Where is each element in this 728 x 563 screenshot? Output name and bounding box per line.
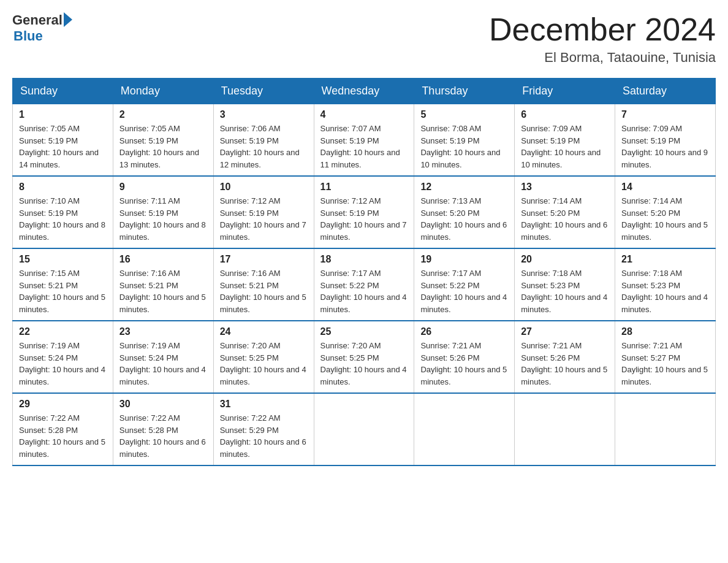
calendar-cell: 15Sunrise: 7:15 AMSunset: 5:21 PMDayligh… [13, 248, 113, 321]
day-number: 27 [521, 326, 609, 337]
calendar-week-row: 8Sunrise: 7:10 AMSunset: 5:19 PMDaylight… [13, 176, 716, 248]
page-header: General Blue December 2024 El Borma, Tat… [12, 12, 716, 66]
day-info: Sunrise: 7:18 AMSunset: 5:23 PMDaylight:… [521, 267, 609, 315]
day-number: 6 [521, 109, 609, 120]
day-info: Sunrise: 7:17 AMSunset: 5:22 PMDaylight:… [420, 267, 508, 315]
day-info: Sunrise: 7:22 AMSunset: 5:28 PMDaylight:… [119, 412, 207, 460]
day-number: 26 [420, 326, 508, 337]
calendar-cell: 25Sunrise: 7:20 AMSunset: 5:25 PMDayligh… [314, 321, 414, 393]
day-info: Sunrise: 7:14 AMSunset: 5:20 PMDaylight:… [521, 195, 609, 243]
day-number: 5 [420, 109, 508, 120]
calendar-cell: 3Sunrise: 7:06 AMSunset: 5:19 PMDaylight… [213, 104, 314, 177]
day-number: 15 [19, 254, 107, 265]
calendar-cell: 16Sunrise: 7:16 AMSunset: 5:21 PMDayligh… [113, 248, 213, 321]
calendar-cell: 22Sunrise: 7:19 AMSunset: 5:24 PMDayligh… [13, 321, 113, 393]
calendar-cell [515, 393, 615, 465]
day-number: 9 [119, 182, 207, 193]
calendar-cell: 27Sunrise: 7:21 AMSunset: 5:26 PMDayligh… [515, 321, 615, 393]
calendar-cell [615, 393, 716, 465]
day-number: 2 [119, 109, 207, 120]
calendar-cell: 10Sunrise: 7:12 AMSunset: 5:19 PMDayligh… [213, 176, 314, 248]
day-info: Sunrise: 7:19 AMSunset: 5:24 PMDaylight:… [19, 340, 107, 388]
day-info: Sunrise: 7:19 AMSunset: 5:24 PMDaylight:… [119, 340, 207, 388]
day-number: 21 [621, 254, 709, 265]
day-info: Sunrise: 7:06 AMSunset: 5:19 PMDaylight:… [220, 123, 308, 170]
calendar-cell: 28Sunrise: 7:21 AMSunset: 5:27 PMDayligh… [615, 321, 716, 393]
calendar-cell: 18Sunrise: 7:17 AMSunset: 5:22 PMDayligh… [314, 248, 414, 321]
calendar-week-row: 22Sunrise: 7:19 AMSunset: 5:24 PMDayligh… [13, 321, 716, 393]
day-info: Sunrise: 7:09 AMSunset: 5:19 PMDaylight:… [621, 123, 709, 170]
day-number: 20 [521, 254, 609, 265]
logo: General Blue [12, 12, 72, 44]
calendar-cell: 26Sunrise: 7:21 AMSunset: 5:26 PMDayligh… [414, 321, 515, 393]
weekday-header-thursday: Thursday [414, 79, 515, 104]
day-number: 1 [19, 109, 107, 120]
day-number: 16 [119, 254, 207, 265]
day-info: Sunrise: 7:21 AMSunset: 5:26 PMDaylight:… [420, 340, 508, 388]
day-info: Sunrise: 7:14 AMSunset: 5:20 PMDaylight:… [621, 195, 709, 243]
day-info: Sunrise: 7:17 AMSunset: 5:22 PMDaylight:… [320, 267, 408, 315]
day-number: 12 [420, 182, 508, 193]
day-info: Sunrise: 7:13 AMSunset: 5:20 PMDaylight:… [420, 195, 508, 243]
calendar-cell: 31Sunrise: 7:22 AMSunset: 5:29 PMDayligh… [213, 393, 314, 465]
day-number: 11 [320, 182, 408, 193]
weekday-header-tuesday: Tuesday [213, 79, 314, 104]
calendar-cell: 11Sunrise: 7:12 AMSunset: 5:19 PMDayligh… [314, 176, 414, 248]
calendar-cell: 23Sunrise: 7:19 AMSunset: 5:24 PMDayligh… [113, 321, 213, 393]
day-info: Sunrise: 7:16 AMSunset: 5:21 PMDaylight:… [119, 267, 207, 315]
day-number: 19 [420, 254, 508, 265]
calendar-cell: 14Sunrise: 7:14 AMSunset: 5:20 PMDayligh… [615, 176, 716, 248]
day-info: Sunrise: 7:08 AMSunset: 5:19 PMDaylight:… [420, 123, 508, 170]
calendar-header-row: SundayMondayTuesdayWednesdayThursdayFrid… [13, 79, 716, 104]
day-info: Sunrise: 7:22 AMSunset: 5:29 PMDaylight:… [220, 412, 308, 460]
day-number: 31 [220, 399, 308, 410]
month-title: December 2024 [489, 12, 716, 47]
day-info: Sunrise: 7:05 AMSunset: 5:19 PMDaylight:… [119, 123, 207, 170]
calendar-cell [314, 393, 414, 465]
day-number: 17 [220, 254, 308, 265]
calendar-cell: 2Sunrise: 7:05 AMSunset: 5:19 PMDaylight… [113, 104, 213, 177]
logo-general-text: General [12, 12, 63, 28]
day-info: Sunrise: 7:12 AMSunset: 5:19 PMDaylight:… [320, 195, 408, 243]
calendar-cell: 4Sunrise: 7:07 AMSunset: 5:19 PMDaylight… [314, 104, 414, 177]
calendar-cell: 9Sunrise: 7:11 AMSunset: 5:19 PMDaylight… [113, 176, 213, 248]
day-info: Sunrise: 7:12 AMSunset: 5:19 PMDaylight:… [220, 195, 308, 243]
day-number: 23 [119, 326, 207, 337]
calendar-cell: 20Sunrise: 7:18 AMSunset: 5:23 PMDayligh… [515, 248, 615, 321]
weekday-header-sunday: Sunday [13, 79, 113, 104]
calendar-cell: 17Sunrise: 7:16 AMSunset: 5:21 PMDayligh… [213, 248, 314, 321]
day-info: Sunrise: 7:20 AMSunset: 5:25 PMDaylight:… [220, 340, 308, 388]
calendar-week-row: 29Sunrise: 7:22 AMSunset: 5:28 PMDayligh… [13, 393, 716, 465]
day-number: 4 [320, 109, 408, 120]
calendar-cell: 12Sunrise: 7:13 AMSunset: 5:20 PMDayligh… [414, 176, 515, 248]
logo-blue-text: Blue [13, 28, 43, 44]
day-number: 10 [220, 182, 308, 193]
calendar-cell: 7Sunrise: 7:09 AMSunset: 5:19 PMDaylight… [615, 104, 716, 177]
calendar-cell: 13Sunrise: 7:14 AMSunset: 5:20 PMDayligh… [515, 176, 615, 248]
calendar-cell: 29Sunrise: 7:22 AMSunset: 5:28 PMDayligh… [13, 393, 113, 465]
day-number: 13 [521, 182, 609, 193]
title-section: December 2024 El Borma, Tataouine, Tunis… [489, 12, 716, 66]
day-number: 3 [220, 109, 308, 120]
day-info: Sunrise: 7:05 AMSunset: 5:19 PMDaylight:… [19, 123, 107, 170]
day-info: Sunrise: 7:07 AMSunset: 5:19 PMDaylight:… [320, 123, 408, 170]
day-info: Sunrise: 7:18 AMSunset: 5:23 PMDaylight:… [621, 267, 709, 315]
day-info: Sunrise: 7:20 AMSunset: 5:25 PMDaylight:… [320, 340, 408, 388]
day-number: 18 [320, 254, 408, 265]
day-info: Sunrise: 7:10 AMSunset: 5:19 PMDaylight:… [19, 195, 107, 243]
calendar-week-row: 1Sunrise: 7:05 AMSunset: 5:19 PMDaylight… [13, 104, 716, 177]
day-info: Sunrise: 7:09 AMSunset: 5:19 PMDaylight:… [521, 123, 609, 170]
calendar-week-row: 15Sunrise: 7:15 AMSunset: 5:21 PMDayligh… [13, 248, 716, 321]
day-number: 29 [19, 399, 107, 410]
location: El Borma, Tataouine, Tunisia [489, 50, 716, 66]
weekday-header-friday: Friday [515, 79, 615, 104]
day-number: 8 [19, 182, 107, 193]
weekday-header-saturday: Saturday [615, 79, 716, 104]
calendar-cell: 21Sunrise: 7:18 AMSunset: 5:23 PMDayligh… [615, 248, 716, 321]
weekday-header-wednesday: Wednesday [314, 79, 414, 104]
day-number: 24 [220, 326, 308, 337]
day-number: 25 [320, 326, 408, 337]
calendar-cell: 30Sunrise: 7:22 AMSunset: 5:28 PMDayligh… [113, 393, 213, 465]
calendar-cell: 19Sunrise: 7:17 AMSunset: 5:22 PMDayligh… [414, 248, 515, 321]
day-info: Sunrise: 7:22 AMSunset: 5:28 PMDaylight:… [19, 412, 107, 460]
